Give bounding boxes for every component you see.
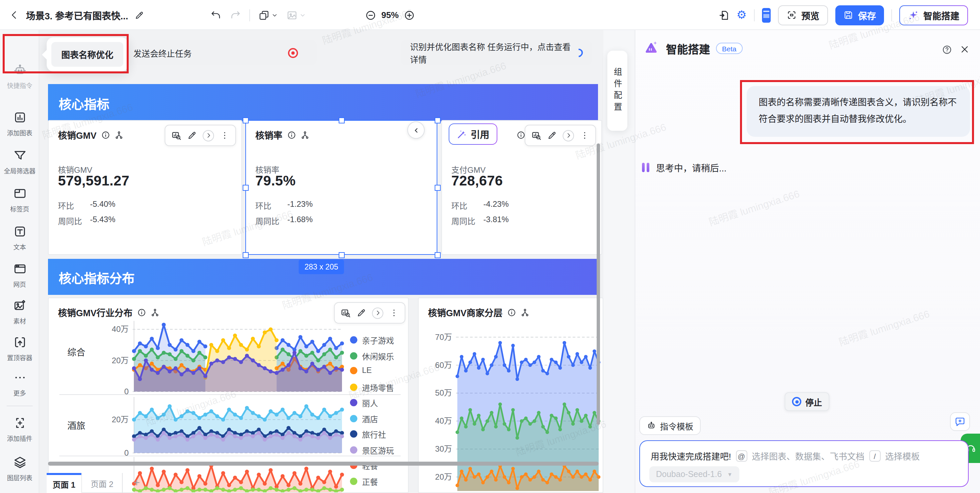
vertical-scrollbar[interactable] [597,144,600,425]
settings-gear-icon[interactable]: ⚙ [737,10,747,21]
expand-icon[interactable] [372,307,383,319]
edit-icon[interactable] [357,308,366,317]
legend-item[interactable]: 丽人 [350,397,378,408]
page-tab-2[interactable]: 页面 2 [81,473,123,493]
legend-item[interactable]: LE [350,365,372,375]
explore-data-icon[interactable] [171,131,181,140]
relation-icon[interactable] [521,308,529,316]
component-config-tab[interactable]: 组件配置 [607,51,627,131]
user-message-bubble: 图表的名称需要清晰传递图表含义，请识别名称不符合要求的图表并自动替我修改优化。 [747,86,970,137]
kpi-card-3[interactable]: 引用 支付GMV 728,676 环比-4.23% 周同比-3.81% [441,120,602,255]
kpi-hb-row: 环比-4.23% [451,199,509,211]
ai-prompt-input[interactable]: 用我快速完成搭建吧! @ 选择图表、数据集、飞书文档 / 选择模板 Doubao… [640,440,969,487]
preview-button[interactable]: 预览 [778,5,828,25]
close-panel-icon[interactable] [960,45,969,54]
resize-handle[interactable] [242,185,248,190]
resize-handle[interactable] [434,117,440,123]
kpi-card-1[interactable]: 核销GMV 核销GMV 579,591.27 环比-5.40% 周同比-5.43… [48,120,242,255]
redo-icon[interactable] [230,10,241,20]
sidebar-item-more[interactable]: 更多 [0,371,39,397]
info-icon[interactable] [101,131,110,139]
svg-text:40万: 40万 [112,325,129,333]
record-icon[interactable] [288,48,298,58]
command-template-button[interactable]: 指令模板 [640,416,701,435]
sidebar-item-webpage[interactable]: 网页 [0,262,39,289]
zoom-out-icon[interactable] [365,10,376,20]
expand-icon[interactable] [563,130,574,141]
back-icon[interactable] [10,10,19,20]
section-banner-core-metrics[interactable]: 核心指标 [48,84,598,121]
add-page-button[interactable]: + [127,473,147,493]
edit-icon[interactable] [547,131,557,140]
sidebar-item-tab-page[interactable]: 标签页 [0,187,39,214]
chart-hover-toolbar [334,302,405,324]
relation-icon[interactable] [151,308,159,316]
export-icon[interactable] [719,10,729,20]
sidebar-item-add-plugin[interactable]: 添加插件 [0,416,39,443]
info-icon[interactable] [137,308,146,316]
resize-handle[interactable] [242,117,248,123]
horizontal-scrollbar[interactable] [48,462,599,466]
save-button[interactable]: 保存 [835,5,884,25]
sidebar-item-pin-container[interactable]: 置顶容器 [0,335,39,362]
more-icon[interactable] [220,131,229,140]
edit-icon[interactable] [187,131,197,140]
legend-item[interactable]: 酒店 [350,413,378,424]
zoom-in-icon[interactable] [404,10,415,20]
kpi-title: 核销率 [255,128,282,142]
explore-data-icon[interactable] [531,131,541,140]
bring-front-button[interactable] [259,10,278,20]
resize-handle[interactable] [434,185,440,190]
more-icon[interactable] [389,308,399,317]
legend-item[interactable]: 旅行社 [350,428,386,440]
group-button[interactable] [287,10,306,20]
resize-handle[interactable] [434,252,440,258]
add-plugin-icon [13,416,26,430]
sidebar-item-quick-command[interactable]: 快捷指令 [0,63,39,90]
explore-data-icon[interactable] [340,308,351,318]
page-tab-1[interactable]: 页面 1 [47,473,81,493]
relation-icon[interactable] [115,131,123,139]
info-icon[interactable] [508,308,516,316]
help-icon[interactable] [942,45,952,55]
more-icon[interactable] [580,131,589,140]
model-selector[interactable]: Doubao-Seed-1.6 ▼ [649,466,739,482]
legend-dot [350,430,357,438]
at-chip[interactable]: @ [736,450,747,462]
slash-chip[interactable]: / [869,450,880,462]
legend-item[interactable]: 进场零售 [350,381,394,392]
input-placeholder: 用我快速完成搭建吧! @ 选择图表、数据集、飞书文档 / 选择模板 [651,450,920,462]
expand-icon[interactable] [203,130,214,141]
info-icon[interactable] [287,131,296,139]
relation-icon[interactable] [300,131,309,139]
resize-handle[interactable] [338,252,344,258]
chart-hover-toolbar [525,125,596,146]
legend-item[interactable]: 休闲娱乐 [350,350,394,361]
sidebar-item-text[interactable]: 文本 [0,225,39,252]
sidebar-item-add-chart[interactable]: 添加图表 [0,111,39,137]
mobile-preview-icon[interactable] [762,8,771,22]
undo-icon[interactable] [211,10,221,20]
sidebar-item-material[interactable]: 素材 [0,299,39,325]
legend-item[interactable]: 亲子游戏 [350,334,394,346]
kpi-card-2[interactable]: 核销率 核销率 79.5% 环比-1.23% 周同比-1.68% [245,120,438,255]
group-icon [287,10,298,20]
info-icon[interactable] [517,131,525,139]
chevron-down-icon [299,12,306,18]
sidebar-item-layer-list[interactable]: 图层列表 [0,456,39,482]
panel-title: 智能搭建 [666,40,710,56]
chart-hover-toolbar [165,125,236,146]
collapse-toolbar-button[interactable] [407,121,425,139]
resize-handle[interactable] [242,252,248,258]
sidebar-item-global-filter[interactable]: 全局筛选器 [0,149,39,176]
resize-handle[interactable] [338,117,344,123]
legend-dot [350,399,357,406]
ai-build-button[interactable]: 智能搭建 [899,5,968,25]
ai-quote-button[interactable]: 引用 [449,123,497,145]
legend-item[interactable]: 景区游玩 [350,444,394,455]
task-running-toast[interactable]: 识别并优化图表名称 任务运行中，点击查看详情 [401,40,592,65]
feedback-button[interactable] [950,412,970,431]
rename-icon[interactable] [135,10,144,20]
legend-item[interactable]: 正餐 [350,475,378,487]
stop-button[interactable]: 停止 [785,392,829,411]
